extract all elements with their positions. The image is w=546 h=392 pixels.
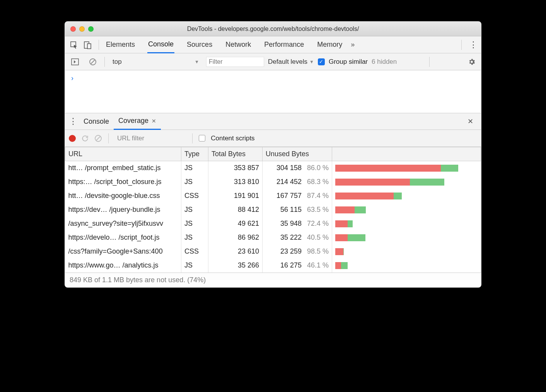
chevron-down-icon: ▼ xyxy=(195,59,199,65)
console-settings-icon[interactable] xyxy=(466,58,478,66)
minimize-window-button[interactable] xyxy=(79,26,85,32)
table-row[interactable]: htt… /devsite-google-blue.cssCSS191 9011… xyxy=(65,189,481,203)
tab-elements[interactable]: Elements xyxy=(105,36,136,53)
divider xyxy=(99,40,99,50)
cell-total-bytes: 23 610 xyxy=(208,245,263,259)
cell-usage-bar xyxy=(332,259,481,273)
hidden-messages-count[interactable]: 6 hidden xyxy=(372,58,397,66)
more-tabs-button[interactable]: » xyxy=(351,41,355,49)
table-row[interactable]: /async_survey?site=ylj5ifxusvvJS49 62135… xyxy=(65,217,481,231)
cell-usage-bar xyxy=(332,203,481,217)
console-body[interactable]: › xyxy=(65,70,481,113)
url-filter-input[interactable]: URL filter xyxy=(117,135,144,142)
cell-unused-bytes: 56 11563.5 % xyxy=(263,203,332,217)
cell-unused-bytes: 35 22240.5 % xyxy=(263,231,332,245)
drawer-tabs: ConsoleCoverage✕ xyxy=(79,113,161,130)
log-levels-selector[interactable]: Default levels ▼ xyxy=(268,58,314,66)
header-type[interactable]: Type xyxy=(181,147,208,161)
bar-used-segment xyxy=(348,220,352,227)
tab-sources[interactable]: Sources xyxy=(186,36,213,53)
table-row[interactable]: /css?family=Google+Sans:400CSS23 61023 2… xyxy=(65,245,481,259)
cell-type: JS xyxy=(181,175,208,189)
header-total[interactable]: Total Bytes xyxy=(208,147,263,161)
cell-type: CSS xyxy=(181,245,208,259)
device-toolbar-icon[interactable] xyxy=(82,39,94,51)
unused-percent: 40.5 % xyxy=(305,233,329,242)
svg-line-7 xyxy=(96,136,100,140)
usage-bar xyxy=(335,262,348,269)
group-similar-checkbox[interactable]: ✓ xyxy=(318,58,325,65)
console-toolbar: top ▼ Default levels ▼ ✓ Group similar 6… xyxy=(65,53,481,70)
drawer-tab-label: Console xyxy=(84,118,109,126)
bar-unused-segment xyxy=(335,262,341,269)
bar-used-segment xyxy=(348,234,365,241)
console-filter-input[interactable] xyxy=(206,57,264,67)
levels-label: Default levels xyxy=(268,58,307,66)
show-console-sidebar-icon[interactable] xyxy=(69,56,81,68)
unused-bytes-value: 167 757 xyxy=(276,192,302,200)
main-tabs: ElementsConsoleSourcesNetworkPerformance… xyxy=(105,36,343,53)
bar-used-segment xyxy=(394,193,402,199)
cell-unused-bytes: 35 94872.4 % xyxy=(263,217,332,231)
cell-total-bytes: 35 266 xyxy=(208,259,263,273)
table-row[interactable]: https://dev… /jquery-bundle.jsJS88 41256… xyxy=(65,203,481,217)
cell-usage-bar xyxy=(332,161,481,175)
header-unused[interactable]: Unused Bytes xyxy=(263,147,332,161)
bar-used-segment xyxy=(441,165,458,172)
tab-performance[interactable]: Performance xyxy=(263,36,305,53)
table-row[interactable]: https://www.go… /analytics.jsJS35 26616 … xyxy=(65,259,481,273)
console-prompt-icon: › xyxy=(71,74,73,82)
divider xyxy=(429,57,430,67)
cell-total-bytes: 191 901 xyxy=(208,189,263,203)
usage-bar xyxy=(335,193,402,199)
table-row[interactable]: https://develo… /script_foot.jsJS86 9623… xyxy=(65,231,481,245)
cell-url: https://www.go… /analytics.js xyxy=(65,259,181,273)
zoom-window-button[interactable] xyxy=(88,26,94,32)
cell-type: JS xyxy=(181,203,208,217)
cell-url: /async_survey?site=ylj5ifxusvv xyxy=(65,217,181,231)
coverage-table: URL Type Total Bytes Unused Bytes htt… /… xyxy=(65,147,481,273)
cell-url: htt… /prompt_embed_static.js xyxy=(65,161,181,175)
cell-unused-bytes: 304 15886.0 % xyxy=(263,161,332,175)
record-button[interactable] xyxy=(69,135,76,142)
cell-total-bytes: 88 412 xyxy=(208,203,263,217)
divider xyxy=(461,40,462,50)
tab-memory[interactable]: Memory xyxy=(316,36,343,53)
drawer-tab-console[interactable]: Console xyxy=(79,113,114,130)
cell-url: /css?family=Google+Sans:400 xyxy=(65,245,181,259)
inspect-element-icon[interactable] xyxy=(68,39,80,51)
coverage-summary: 849 KB of 1.1 MB bytes are not used. (74… xyxy=(65,273,481,287)
cell-usage-bar xyxy=(332,217,481,231)
titlebar: DevTools - developers.google.com/web/too… xyxy=(65,22,481,36)
clear-console-icon[interactable] xyxy=(87,56,99,68)
execution-context-selector[interactable]: top ▼ xyxy=(109,56,202,67)
kebab-menu-icon[interactable]: ⋮ xyxy=(466,40,481,50)
bar-unused-segment xyxy=(335,234,348,241)
context-label: top xyxy=(113,58,122,66)
tab-network[interactable]: Network xyxy=(225,36,252,53)
header-visualization[interactable] xyxy=(332,147,481,161)
cell-total-bytes: 353 857 xyxy=(208,161,263,175)
cell-total-bytes: 86 962 xyxy=(208,231,263,245)
clear-coverage-icon[interactable] xyxy=(94,135,102,142)
close-window-button[interactable] xyxy=(70,26,76,32)
drawer-kebab-icon[interactable]: ⋮ xyxy=(67,116,79,126)
cell-url: htt… /devsite-google-blue.css xyxy=(65,189,181,203)
tab-console[interactable]: Console xyxy=(147,36,174,53)
cell-type: JS xyxy=(181,231,208,245)
table-row[interactable]: https:… /script_foot_closure.jsJS313 810… xyxy=(65,175,481,189)
table-row[interactable]: htt… /prompt_embed_static.jsJS353 857304… xyxy=(65,161,481,175)
content-scripts-checkbox[interactable] xyxy=(199,135,205,141)
unused-bytes-value: 214 452 xyxy=(276,178,302,186)
reload-icon[interactable] xyxy=(81,135,89,142)
cell-usage-bar xyxy=(332,175,481,189)
cell-unused-bytes: 167 75787.4 % xyxy=(263,189,332,203)
drawer-tab-coverage[interactable]: Coverage✕ xyxy=(114,113,161,130)
header-url[interactable]: URL xyxy=(65,147,181,161)
bar-unused-segment xyxy=(335,248,343,255)
bar-used-segment xyxy=(410,179,444,186)
table-header-row: URL Type Total Bytes Unused Bytes xyxy=(65,147,481,161)
close-tab-icon[interactable]: ✕ xyxy=(152,118,156,124)
close-drawer-button[interactable]: ✕ xyxy=(462,117,479,126)
unused-percent: 98.5 % xyxy=(305,247,329,256)
